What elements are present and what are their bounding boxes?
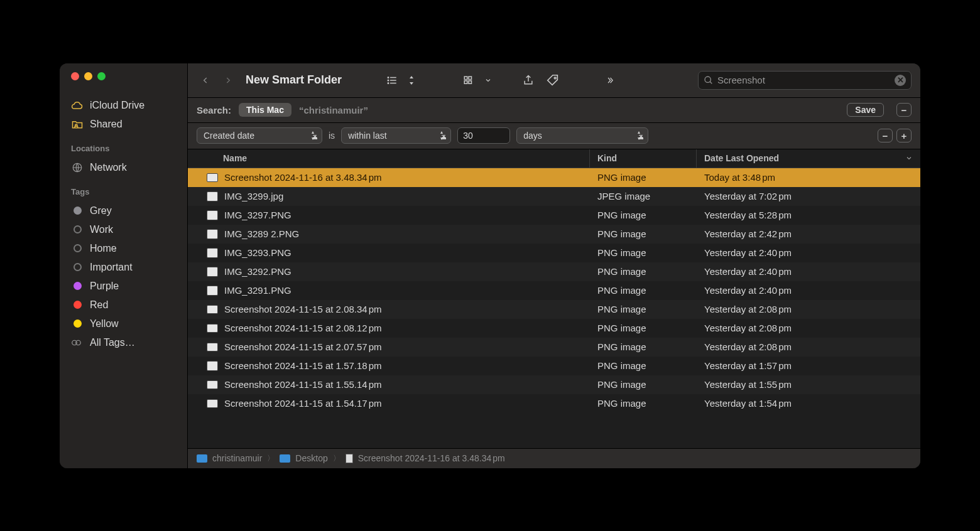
file-row[interactable]: IMG_3292.PNGPNG imageYesterday at 2:40 p… [188,262,920,281]
forward-button[interactable] [219,72,237,89]
file-row[interactable]: Screenshot 2024-11-15 at 1.57.18 pmPNG i… [188,357,920,375]
scope-bar: Search: This Mac “christinamuir” Save − [188,98,920,123]
group-by-button[interactable] [459,72,479,89]
window-title: New Smart Folder [246,73,342,87]
svg-rect-10 [464,77,467,80]
minimize-window-button[interactable] [84,72,92,80]
sidebar-tag-important[interactable]: Important [60,258,187,277]
search-input[interactable] [717,75,895,85]
path-segment[interactable]: Desktop [295,453,327,463]
clear-search-button[interactable]: ✕ [895,75,906,86]
file-row[interactable]: IMG_3293.PNGPNG imageYesterday at 2:40 p… [188,244,920,262]
file-date: Yesterday at 7:02 pm [697,191,920,201]
file-list[interactable]: Screenshot 2024-11-16 at 3.48.34 pmPNG i… [188,168,920,448]
view-options-stepper[interactable] [402,72,421,89]
file-name: IMG_3291.PNG [224,285,291,296]
folder-icon [280,454,290,463]
tags-button[interactable] [543,72,563,89]
column-header: Name Kind Date Last Opened [188,149,920,168]
sidebar-item-label: Red [90,299,108,311]
file-row[interactable]: IMG_3289 2.PNGPNG imageYesterday at 2:42… [188,225,920,244]
sidebar-item-label: iCloud Drive [90,100,144,111]
remove-criteria-button[interactable]: − [878,129,893,142]
sidebar-tag-purple[interactable]: Purple [60,277,187,296]
file-row[interactable]: Screenshot 2024-11-16 at 3.48.34 pmPNG i… [188,168,920,187]
tag-color-dot [74,282,82,290]
file-kind: PNG image [590,360,697,371]
scope-label: Search: [197,105,231,115]
criteria-attribute-select[interactable]: Created date ▴▾ [197,127,322,144]
sidebar-tag-work[interactable]: Work [60,220,187,239]
file-row[interactable]: IMG_3299.jpgJPEG imageYesterday at 7:02 … [188,187,920,206]
search-icon [704,75,714,85]
column-date-last-opened[interactable]: Date Last Opened [697,149,920,168]
file-row[interactable]: Screenshot 2024-11-15 at 2.07.57 pmPNG i… [188,338,920,357]
scope-user-folder[interactable]: “christinamuir” [299,105,368,115]
file-name: Screenshot 2024-11-15 at 2.08.34 pm [224,304,382,314]
path-segment[interactable]: Screenshot 2024-11-16 at 3.48.34 pm [358,453,505,463]
toolbar: New Smart Folder [188,63,920,98]
criteria-unit-select[interactable]: days ▴▾ [516,127,648,144]
scope-this-mac[interactable]: This Mac [239,103,291,117]
path-segment[interactable]: christinamuir [212,453,262,463]
file-date: Yesterday at 2:42 pm [697,228,920,239]
file-thumbnail-icon [207,343,218,351]
remove-scope-button[interactable]: − [896,103,912,117]
main-content: New Smart Folder [188,63,920,468]
file-thumbnail-icon [207,286,218,296]
search-field[interactable]: ✕ [698,71,912,90]
file-row[interactable]: IMG_3297.PNGPNG imageYesterday at 5:28 p… [188,206,920,225]
tag-color-dot [74,319,82,328]
criteria-unit-value: days [523,131,542,141]
tag-color-dot [74,301,82,309]
sidebar-tag-red[interactable]: Red [60,296,187,314]
criteria-range-select[interactable]: within last ▴▾ [341,127,451,144]
sidebar-item-network[interactable]: Network [60,158,187,177]
window-controls [60,72,187,94]
sidebar-tag-home[interactable]: Home [60,239,187,258]
file-thumbnail-icon [207,324,218,333]
view-as-list-button[interactable] [382,72,402,89]
file-name: Screenshot 2024-11-16 at 3.48.34 pm [224,172,382,183]
file-kind: PNG image [590,247,697,258]
file-thumbnail-icon [207,305,218,314]
svg-point-9 [388,82,389,83]
sidebar-item-shared[interactable]: Shared [60,115,187,134]
file-name: Screenshot 2024-11-15 at 1.54.17 pm [224,398,382,409]
file-row[interactable]: Screenshot 2024-11-15 at 1.55.14 pmPNG i… [188,375,920,394]
file-date: Yesterday at 1:57 pm [697,360,920,371]
file-thumbnail-icon [207,229,218,239]
sidebar-item-all-tags[interactable]: All Tags… [60,333,187,352]
tag-color-dot [74,206,82,215]
sidebar-item-icloud-drive[interactable]: iCloud Drive [60,96,187,115]
back-button[interactable] [197,72,214,89]
file-row[interactable]: IMG_3291.PNGPNG imageYesterday at 2:40 p… [188,281,920,300]
criteria-number-input[interactable]: 30 [457,127,510,144]
file-date: Yesterday at 2:08 pm [697,304,920,314]
finder-window: iCloud Drive Shared Locations Network Ta… [60,63,920,468]
path-bar: christinamuir 〉 Desktop 〉 Screenshot 202… [188,448,920,468]
zoom-window-button[interactable] [97,72,106,80]
column-kind[interactable]: Kind [590,149,697,168]
file-row[interactable]: Screenshot 2024-11-15 at 1.54.17 pmPNG i… [188,394,920,413]
file-name: Screenshot 2024-11-15 at 2.08.12 pm [224,323,382,333]
overflow-button[interactable] [601,72,619,89]
sidebar-item-label: Purple [90,281,119,292]
svg-rect-13 [469,80,472,83]
file-name: Screenshot 2024-11-15 at 1.57.18 pm [224,360,382,371]
add-criteria-button[interactable]: + [896,129,912,142]
sidebar-tag-yellow[interactable]: Yellow [60,314,187,333]
criteria-range-value: within last [348,131,386,141]
share-button[interactable] [519,72,538,89]
criteria-number-value: 30 [463,131,473,141]
group-by-chevron[interactable] [479,72,498,89]
file-kind: JPEG image [590,191,697,201]
close-window-button[interactable] [71,72,79,80]
sidebar-tag-grey[interactable]: Grey [60,201,187,220]
file-row[interactable]: Screenshot 2024-11-15 at 2.08.34 pmPNG i… [188,300,920,319]
file-row[interactable]: Screenshot 2024-11-15 at 2.08.12 pmPNG i… [188,319,920,338]
column-name[interactable]: Name [188,149,590,168]
home-folder-icon [197,454,207,463]
file-name: IMG_3289 2.PNG [224,228,299,239]
save-search-button[interactable]: Save [847,103,884,117]
